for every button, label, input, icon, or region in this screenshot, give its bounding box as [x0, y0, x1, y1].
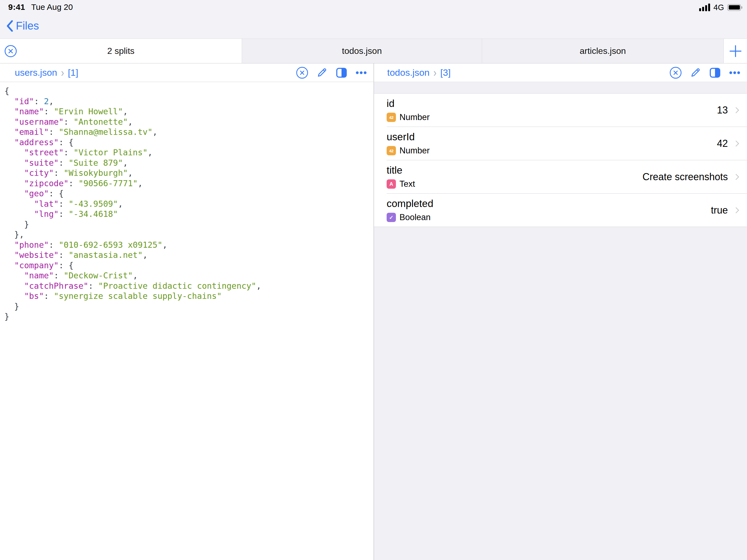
nav-bar: Files [0, 15, 747, 39]
code-line: "lng": "-34.4618" [4, 209, 371, 219]
code-line: } [4, 219, 371, 230]
top-bar: 9:41 Tue Aug 20 4G Files [0, 0, 747, 39]
field-type: AText [387, 179, 415, 189]
field-key: userId [387, 131, 415, 143]
right-pane-header: todos.json › [3] [374, 63, 747, 82]
field-value: Create screenshots [643, 171, 728, 183]
code-line: } [4, 311, 371, 322]
chevron-right-icon [733, 174, 739, 180]
breadcrumb-file[interactable]: todos.json [387, 67, 430, 78]
close-split-icon[interactable] [4, 45, 17, 57]
list-section-gap [374, 82, 747, 94]
chevron-right-icon [733, 107, 739, 113]
tab-label: 2 splits [107, 46, 134, 56]
breadcrumb: users.json › [1] [15, 67, 78, 78]
field-value-area: 13 [717, 94, 740, 127]
code-line: "id": 2, [4, 96, 371, 107]
split-view-icon[interactable] [335, 67, 348, 79]
status-bar: 9:41 Tue Aug 20 4G [0, 0, 747, 15]
chevron-right-icon [733, 141, 739, 147]
code-line: "city": "Wisokyburgh", [4, 168, 371, 178]
field-row-completed[interactable]: completed✓Booleantrue [374, 194, 747, 227]
edit-pencil-icon[interactable] [689, 67, 702, 79]
code-line: "website": "anastasia.net", [4, 250, 371, 260]
field-type: 42Number [387, 146, 430, 156]
breadcrumb-index[interactable]: [1] [68, 67, 78, 78]
status-time: 9:41 [8, 2, 25, 12]
back-button[interactable]: Files [6, 20, 39, 32]
breadcrumb-separator-icon: › [433, 66, 436, 79]
add-tab-button[interactable] [723, 39, 747, 63]
code-line: "bs": "synergize scalable supply-chains" [4, 291, 371, 301]
tab-todos-json[interactable]: todos.json [242, 39, 482, 63]
field-row-title[interactable]: titleATextCreate screenshots [374, 160, 747, 194]
code-line: "zipcode": "90566-7771", [4, 178, 371, 189]
field-value: 42 [717, 138, 728, 149]
breadcrumb-file[interactable]: users.json [15, 67, 57, 78]
code-line: "username": "Antonette", [4, 117, 371, 127]
field-key: id [387, 98, 394, 109]
field-key: title [387, 164, 403, 176]
field-type-label: Boolean [400, 212, 431, 222]
right-split-pane: todos.json › [3] id42Num [374, 63, 747, 560]
field-type-label: Text [400, 179, 415, 189]
edit-pencil-icon[interactable] [315, 67, 328, 79]
code-line: "address": { [4, 137, 371, 148]
field-value: 13 [717, 104, 728, 116]
left-pane-header: users.json › [1] [0, 63, 374, 82]
code-line: } [4, 301, 371, 312]
breadcrumb-separator-icon: › [61, 66, 64, 79]
breadcrumb-index[interactable]: [3] [440, 67, 450, 78]
field-row-id[interactable]: id42Number13 [374, 94, 747, 127]
pane-actions [296, 67, 367, 79]
field-value-area: Create screenshots [643, 160, 740, 194]
battery-icon [727, 4, 741, 11]
tab-2-splits[interactable]: 2 splits [0, 39, 242, 63]
type-badge-icon: 42 [387, 113, 396, 122]
field-value-area: 42 [717, 127, 740, 160]
code-line: { [4, 86, 371, 96]
cellular-signal-icon [699, 4, 710, 11]
close-circle-icon[interactable] [669, 67, 682, 79]
code-line: "lat": "-43.9509", [4, 199, 371, 209]
close-circle-icon[interactable] [296, 67, 308, 79]
add-tab-icon [729, 45, 742, 57]
field-type: ✓Boolean [387, 212, 431, 222]
code-line: }, [4, 229, 371, 240]
tab-label: articles.json [579, 46, 626, 56]
code-line: "company": { [4, 260, 371, 271]
type-badge-icon: ✓ [387, 213, 396, 222]
code-line: "street": "Victor Plains", [4, 147, 371, 158]
code-line: "phone": "010-692-6593 x09125", [4, 240, 371, 250]
field-row-userId[interactable]: userId42Number42 [374, 127, 747, 160]
field-key: completed [387, 198, 433, 209]
pane-actions [669, 67, 741, 79]
code-line: "name": "Ervin Howell", [4, 106, 371, 117]
field-type-label: Number [400, 112, 430, 122]
code-line: "name": "Deckow-Crist", [4, 271, 371, 281]
app-screen: 9:41 Tue Aug 20 4G Files 2 splits todos [0, 0, 747, 560]
code-line: "geo": { [4, 188, 371, 199]
more-ellipsis-icon[interactable] [355, 67, 367, 79]
more-ellipsis-icon[interactable] [728, 67, 741, 79]
breadcrumb: todos.json › [3] [387, 67, 450, 78]
field-list: id42Number13userId42Number42titleATextCr… [374, 94, 747, 227]
tab-label: todos.json [342, 46, 382, 56]
code-line: "catchPhrase": "Proactive didactic conti… [4, 281, 371, 291]
split-view-icon[interactable] [709, 67, 721, 79]
field-type-label: Number [400, 146, 430, 156]
chevron-right-icon [733, 207, 739, 213]
status-date: Tue Aug 20 [31, 2, 73, 12]
type-badge-icon: 42 [387, 146, 396, 155]
tab-articles-json[interactable]: articles.json [482, 39, 723, 63]
back-button-label: Files [16, 20, 39, 32]
code-line: "email": "Shanna@melissa.tv", [4, 127, 371, 137]
tab-bar: 2 splits todos.json articles.json [0, 39, 747, 63]
type-badge-icon: A [387, 179, 396, 189]
back-chevron-icon [6, 20, 13, 32]
field-value-area: true [711, 194, 740, 227]
network-type-label: 4G [713, 3, 724, 12]
code-line: "suite": "Suite 879", [4, 158, 371, 168]
json-code-editor[interactable]: { "id": 2, "name": "Ervin Howell", "user… [0, 82, 374, 322]
field-list-background: id42Number13userId42Number42titleATextCr… [374, 82, 747, 560]
